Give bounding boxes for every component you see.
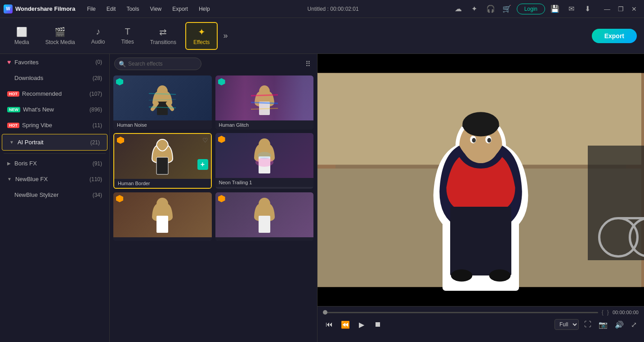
toolbar-stock-media[interactable]: 🎬 Stock Media xyxy=(38,23,82,49)
export-button[interactable]: Export xyxy=(592,29,637,43)
chevron-right-icon: ▶ xyxy=(7,161,11,166)
hot-badge-recommended: HOT xyxy=(7,91,19,97)
effect-neon-trailing-label: Neon Trailing 1 xyxy=(215,178,314,187)
sidebar-stylizer-count: (34) xyxy=(93,192,102,198)
effect-human-glitch[interactable]: Human Glitch xyxy=(215,76,314,129)
toolbar-expand-button[interactable]: » xyxy=(219,27,231,44)
sidebar-item-newblue-stylizer[interactable]: NewBlue Stylizer (34) xyxy=(0,187,109,203)
sidebar-item-spring-vibe[interactable]: HOT Spring Vibe (11) xyxy=(0,117,109,133)
effect-human-noise-label: Human Noise xyxy=(113,120,212,129)
titlebar-right: ☁ ✦ 🎧 🛒 Login 💾 ✉ ⬇ — ❐ ✕ xyxy=(452,3,640,15)
toolbar-media[interactable]: ⬜ Media xyxy=(7,23,36,49)
menu-view[interactable]: View xyxy=(145,4,166,14)
audio-icon: ♪ xyxy=(96,27,100,37)
menu-help[interactable]: Help xyxy=(194,4,215,14)
menu-file[interactable]: File xyxy=(82,4,100,14)
sidebar-newblue-count: (110) xyxy=(89,176,102,182)
svg-rect-19 xyxy=(157,216,168,233)
sidebar-item-recommended[interactable]: HOT Recommended (107) xyxy=(0,86,109,102)
effect-neon-trailing[interactable]: ⬇ Neon Trailing 1 xyxy=(215,133,314,189)
effect-5-label xyxy=(113,237,212,241)
effect-6[interactable]: ⬇ xyxy=(215,192,314,241)
toolbar-transitions[interactable]: ⇄ Transitions xyxy=(143,23,183,49)
bracket-right: } xyxy=(607,309,609,315)
sidebar-item-newblue-fx[interactable]: ▼ NewBlue FX (110) xyxy=(0,171,109,187)
step-back-button[interactable]: ⏮ xyxy=(323,318,335,331)
sidebar-spring-count: (11) xyxy=(93,122,102,129)
main-toolbar: ⬜ Media 🎬 Stock Media ♪ Audio T Titles ⇄… xyxy=(0,18,644,54)
sidebar-ai-portrait-label: AI Portrait xyxy=(18,139,90,146)
sidebar-spring-label: Spring Vibe xyxy=(22,122,93,129)
resize-icon[interactable]: ⤢ xyxy=(629,319,639,331)
save-icon[interactable]: 💾 xyxy=(549,3,561,15)
svg-point-42 xyxy=(489,269,511,281)
grid-view-button[interactable]: ⠿ xyxy=(304,58,313,70)
chevron-down-icon: ▼ xyxy=(9,140,14,145)
effect-human-border[interactable]: ♡ + Human Border xyxy=(113,133,212,189)
effect-human-border-label: Human Border xyxy=(114,179,211,188)
sidebar-favorites-count: (0) xyxy=(95,59,102,65)
frame-back-button[interactable]: ⏪ xyxy=(339,318,352,331)
svg-point-48 xyxy=(487,138,491,142)
hot-badge-spring: HOT xyxy=(7,123,19,128)
mail-icon[interactable]: ✉ xyxy=(565,3,577,15)
effects-grid: Human Noise xyxy=(110,74,317,342)
headphone-icon[interactable]: 🎧 xyxy=(484,3,497,15)
effect-human-noise[interactable]: Human Noise xyxy=(113,76,212,129)
download-icon[interactable]: ⬇ xyxy=(581,3,594,15)
toolbar-audio[interactable]: ♪ Audio xyxy=(84,23,112,49)
close-button[interactable]: ✕ xyxy=(628,3,640,15)
menu-tools[interactable]: Tools xyxy=(122,4,143,14)
progress-knob[interactable] xyxy=(323,310,327,315)
svg-rect-13 xyxy=(157,157,168,174)
svg-point-41 xyxy=(451,269,473,281)
progress-track[interactable] xyxy=(323,312,598,313)
heart-icon: ♥ xyxy=(7,58,11,66)
add-effect-button[interactable]: + xyxy=(197,159,208,170)
sidebar-item-favorites[interactable]: ♥ Favorites (0) xyxy=(0,54,109,70)
effect-neon-trailing-thumb: ⬇ xyxy=(215,133,314,178)
search-container: 🔍 xyxy=(114,58,300,70)
bracket-left: { xyxy=(602,309,604,315)
media-icon: ⬜ xyxy=(16,27,27,37)
sidebar-item-whats-new[interactable]: NEW What's New (896) xyxy=(0,102,109,117)
quality-select[interactable]: Full 1/2 1/4 xyxy=(555,319,579,330)
heart-button-border[interactable]: ♡ xyxy=(202,137,208,144)
fullscreen-icon[interactable]: ⛶ xyxy=(582,319,593,330)
toolbar-effects[interactable]: ✦ Effects xyxy=(185,22,218,50)
stock-media-icon: 🎬 xyxy=(54,27,66,37)
screenshot-icon[interactable]: 📷 xyxy=(597,319,609,331)
svg-line-4 xyxy=(149,93,176,94)
effect-6-label xyxy=(215,237,314,241)
volume-icon[interactable]: 🔊 xyxy=(613,319,626,331)
person-silhouette-6 xyxy=(251,197,278,237)
toolbar-media-label: Media xyxy=(14,39,29,45)
cart-icon[interactable]: 🛒 xyxy=(501,3,513,15)
sidebar-downloads-label: Downloads xyxy=(14,75,93,81)
minimize-button[interactable]: — xyxy=(601,3,613,15)
sidebar-item-boris-fx[interactable]: ▶ Boris FX (91) xyxy=(0,155,109,171)
search-input[interactable] xyxy=(114,58,201,70)
person-silhouette-noise xyxy=(149,84,176,120)
effect-5-thumb xyxy=(113,192,212,237)
toolbar-effects-label: Effects xyxy=(193,39,210,45)
stop-button[interactable]: ⏹ xyxy=(371,318,384,331)
cloud-icon[interactable]: ☁ xyxy=(452,3,465,15)
titlebar: W Wondershare Filmora File Edit Tools Vi… xyxy=(0,0,644,18)
toolbar-transitions-label: Transitions xyxy=(150,39,176,45)
sidebar-ai-portrait-count: (21) xyxy=(90,139,100,146)
sidebar-whats-new-label: What's New xyxy=(23,106,89,113)
menu-edit[interactable]: Edit xyxy=(102,4,121,14)
app-logo: W xyxy=(4,4,13,13)
sidebar-whats-new-count: (896) xyxy=(89,107,102,113)
toolbar-titles[interactable]: T Titles xyxy=(114,23,141,49)
play-button[interactable]: ▶ xyxy=(355,318,368,331)
login-button[interactable]: Login xyxy=(517,4,545,14)
sidebar-item-ai-portrait[interactable]: ▼ AI Portrait (21) xyxy=(2,134,107,151)
app-brand: W Wondershare Filmora xyxy=(4,4,75,13)
effect-5[interactable] xyxy=(113,192,212,241)
maximize-button[interactable]: ❐ xyxy=(614,3,627,15)
brightness-icon[interactable]: ✦ xyxy=(468,3,481,15)
menu-export[interactable]: Export xyxy=(168,4,192,14)
sidebar-item-downloads[interactable]: Downloads (28) xyxy=(0,70,109,86)
